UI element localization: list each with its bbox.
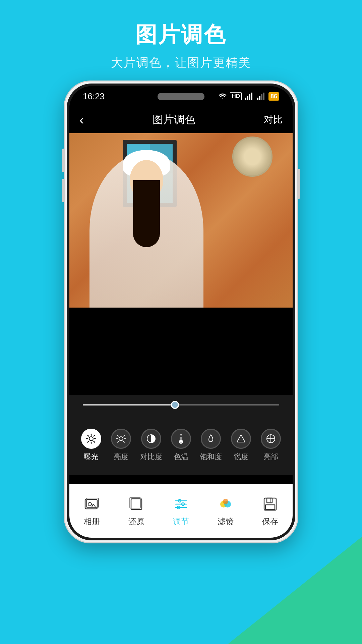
svg-line-16: [94, 435, 95, 436]
svg-rect-4: [257, 98, 258, 100]
svg-rect-5: [259, 96, 260, 100]
tool-saturation-icon-wrap: [201, 429, 221, 449]
status-time: 16:23: [83, 91, 105, 102]
battery-icon: 86: [268, 92, 279, 101]
svg-line-15: [94, 441, 95, 442]
app-header: ‹ 图片调色 对比: [69, 106, 293, 133]
signal-4g-icon: [244, 92, 254, 100]
tool-sharpness-icon-wrap: [231, 429, 251, 449]
tool-brightness-circle: [111, 429, 131, 449]
exposure-icon: [86, 433, 97, 444]
nav-save-label: 保存: [262, 516, 278, 527]
svg-rect-6: [261, 94, 262, 100]
svg-rect-7: [263, 93, 264, 100]
phone-mockup: 16:23 HD: [64, 80, 298, 543]
svg-line-14: [87, 435, 88, 436]
page-title: 图片调色: [0, 20, 362, 49]
nav-adjust-label: 调节: [173, 516, 189, 527]
svg-rect-2: [249, 94, 250, 100]
volume-up-button: [62, 149, 65, 172]
svg-line-27: [118, 441, 119, 442]
nav-filter[interactable]: 滤镜: [203, 495, 248, 527]
tool-contrast-label: 对比度: [140, 452, 162, 462]
wifi-icon: [218, 92, 227, 100]
nav-reset-label: 还原: [128, 516, 144, 527]
tool-saturation-label: 饱和度: [200, 452, 222, 462]
nav-album-label: 相册: [84, 516, 100, 527]
tool-saturation-circle: [201, 429, 221, 449]
tool-contrast-icon-wrap: [141, 429, 161, 449]
power-button: [297, 169, 300, 199]
saturation-icon: [205, 433, 216, 444]
tool-exposure-icon-wrap: [81, 429, 101, 449]
back-button[interactable]: ‹: [79, 112, 84, 127]
slider-thumb[interactable]: [171, 401, 179, 409]
filter-icon: [216, 495, 235, 514]
svg-line-24: [118, 435, 119, 436]
highlight-icon: [265, 433, 276, 444]
adjust-svg: [172, 495, 190, 513]
svg-rect-52: [267, 498, 272, 503]
svg-line-17: [87, 441, 88, 442]
filter-svg: [217, 495, 234, 513]
svg-rect-53: [265, 505, 275, 509]
svg-point-32: [180, 441, 182, 443]
slider-track[interactable]: [83, 404, 279, 406]
speaker: [158, 93, 204, 100]
tool-exposure[interactable]: 曝光: [76, 429, 106, 462]
adjust-icon: [172, 495, 190, 514]
signal-2g-icon: [256, 92, 266, 100]
tool-sharpness-label: 锐度: [234, 452, 248, 462]
compare-button[interactable]: 对比: [264, 113, 283, 126]
reset-svg: [128, 495, 145, 513]
tool-highlight-label: 亮部: [263, 452, 278, 462]
svg-point-39: [88, 502, 92, 506]
photo-person: [89, 153, 203, 308]
svg-rect-51: [264, 498, 276, 510]
slider-fill: [83, 404, 175, 406]
svg-point-19: [119, 437, 123, 441]
svg-marker-33: [237, 435, 245, 442]
svg-rect-3: [251, 93, 252, 100]
svg-point-18: [89, 437, 93, 440]
tool-sharpness[interactable]: 锐度: [226, 429, 256, 462]
bottom-navigation: 相册 还原: [69, 484, 293, 538]
save-icon: [261, 495, 280, 514]
page-title-area: 图片调色 大片调色，让图片更精美: [0, 20, 362, 71]
tool-temperature[interactable]: 色温: [166, 429, 196, 462]
tool-highlight-circle: [261, 429, 281, 449]
status-icons: HD: [218, 92, 279, 101]
tool-highlight[interactable]: 亮部: [256, 429, 286, 462]
volume-down-button: [62, 179, 65, 202]
save-svg: [261, 495, 279, 513]
photo-background: [69, 133, 293, 308]
tool-contrast-circle: [141, 429, 161, 449]
adjustment-slider-area[interactable]: [69, 395, 293, 415]
nav-reset[interactable]: 还原: [114, 495, 159, 527]
nav-filter-label: 滤镜: [218, 516, 234, 527]
tool-temperature-circle: [171, 429, 191, 449]
brightness-icon: [116, 433, 126, 444]
nav-album[interactable]: 相册: [69, 495, 114, 527]
photo-edit-area: [69, 133, 293, 308]
tool-saturation[interactable]: 饱和度: [196, 429, 226, 462]
nav-save[interactable]: 保存: [248, 495, 293, 527]
nav-adjust[interactable]: 调节: [159, 495, 203, 527]
tool-brightness[interactable]: 亮度: [106, 429, 136, 462]
svg-line-26: [124, 435, 125, 436]
temperature-icon: [176, 433, 186, 444]
photo-hair: [133, 180, 160, 247]
svg-line-25: [124, 441, 125, 442]
tool-temperature-label: 色温: [174, 452, 188, 462]
tool-highlight-icon-wrap: [261, 429, 281, 449]
contrast-icon: [146, 433, 157, 444]
app-header-title: 图片调色: [153, 112, 195, 127]
phone-screen: 16:23 HD: [69, 86, 293, 538]
tool-exposure-label: 曝光: [84, 452, 99, 462]
tool-contrast[interactable]: 对比度: [136, 429, 166, 462]
tool-sharpness-circle: [231, 429, 251, 449]
tool-brightness-icon-wrap: [111, 429, 131, 449]
hd-badge: HD: [230, 92, 242, 100]
tool-temperature-icon-wrap: [171, 429, 191, 449]
svg-rect-0: [245, 98, 246, 100]
